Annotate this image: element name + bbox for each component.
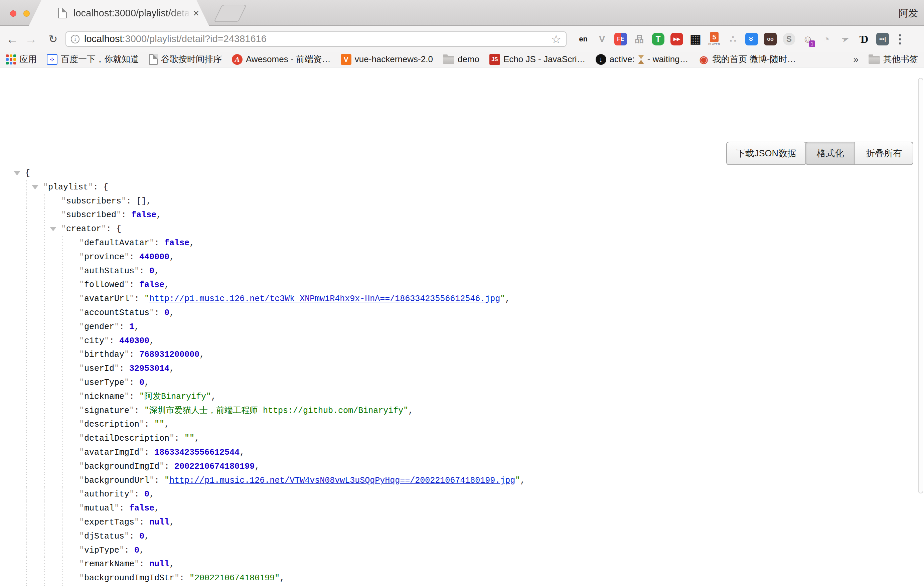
video-speed-icon[interactable]: ▶▶	[670, 31, 683, 47]
info-icon[interactable]: i	[71, 35, 79, 43]
indent-guide	[45, 278, 45, 292]
bookmark-vue-hackernews[interactable]: Vvue-hackernews-2.0	[341, 54, 433, 65]
url-bar[interactable]: i localhost:3000/playlist/detail?id=2438…	[66, 31, 566, 47]
json-token: ,	[149, 336, 154, 346]
s-icon[interactable]: S	[782, 31, 796, 47]
collapse-triangle-icon[interactable]	[50, 227, 56, 231]
bookmark-baidu[interactable]: ⁘百度一下，你就知道	[47, 53, 139, 65]
qrcode-icon[interactable]: ▦	[689, 31, 702, 47]
json-token: "	[124, 350, 129, 360]
indent-guide	[45, 236, 45, 250]
bookmark-demo[interactable]: demo	[443, 54, 479, 64]
json-token: city	[84, 336, 104, 346]
indent-guide	[26, 306, 27, 320]
json-token: mutual	[84, 503, 114, 513]
bookmark-google-sort[interactable]: 谷歌按时间排序	[149, 53, 222, 65]
onetab-icon[interactable]: •••|	[876, 31, 889, 47]
json-line: "subscribed": false,	[0, 208, 924, 222]
scrollbar-thumb[interactable]	[918, 78, 923, 494]
indent-guide	[26, 334, 27, 348]
json-token: "深圳市爱猫人士，前端工程师 https://github.com/Binary…	[144, 406, 408, 416]
json-token: "	[79, 532, 84, 541]
json-token: "	[79, 378, 84, 388]
json-token: ""	[154, 419, 164, 429]
blue-chevrons-icon[interactable]: »	[745, 31, 758, 47]
collapse-triangle-icon[interactable]	[32, 185, 38, 190]
json-token: "	[114, 322, 119, 332]
indent-guide	[63, 348, 63, 362]
back-icon[interactable]: ←	[5, 32, 19, 46]
json-token: "	[79, 503, 84, 513]
indent-guide	[45, 460, 45, 474]
bookmark-label: Echo JS - JavaScri…	[503, 54, 586, 64]
bookmark-star-icon[interactable]: ☆	[551, 33, 561, 45]
js-icon: JS	[489, 54, 500, 65]
tab-strip: localhost:3000/playlist/detail?i × 阿发	[0, 0, 924, 26]
json-token: :	[154, 308, 164, 318]
weibo-gray-icon[interactable]: ◔	[820, 31, 833, 47]
download-json-button[interactable]: 下载JSON数据	[726, 142, 807, 165]
json-line: "remarkName": null,	[0, 557, 924, 571]
json-token: "	[79, 406, 84, 416]
bookmark-echojs[interactable]: JSEcho JS - JavaScri…	[489, 54, 586, 65]
indent-guide	[26, 376, 27, 390]
translate-icon[interactable]: en	[577, 31, 590, 47]
json-token: :	[154, 476, 164, 485]
json-token: "	[124, 392, 129, 401]
indent-guide	[45, 334, 45, 348]
json-line: "authority": 0,	[0, 487, 924, 502]
json-token: ,	[169, 364, 174, 373]
close-window-button[interactable]	[10, 10, 16, 17]
collapse-triangle-icon[interactable]	[14, 171, 20, 175]
bookmark-label: - waiting…	[647, 54, 688, 64]
hummingbird-icon[interactable]: ➢	[838, 31, 852, 47]
mask-icon[interactable]: oo	[764, 31, 777, 47]
other-bookmarks[interactable]: 其他书签	[868, 53, 918, 65]
json-token: followed	[84, 280, 124, 290]
json-token: "	[129, 489, 134, 499]
d-icon[interactable]: Ɗ	[857, 31, 871, 47]
indent-guide	[26, 543, 27, 558]
fe-icon[interactable]: FE	[614, 31, 627, 47]
json-token: :	[109, 336, 119, 346]
indent-guide	[26, 487, 27, 502]
tampermonkey-icon[interactable]: T	[652, 31, 665, 47]
format-button[interactable]: 格式化	[805, 142, 855, 165]
bookmark-weibo[interactable]: ◉我的首页 微博-随时…	[698, 53, 796, 65]
indent-guide	[63, 460, 63, 474]
weibo-gray-icon-glyph: ◔	[820, 33, 833, 45]
browser-menu-icon[interactable]: ⋮	[893, 32, 907, 46]
profile-name[interactable]: 阿发	[899, 7, 918, 20]
json-token: "	[144, 294, 149, 304]
json-token: "	[79, 448, 84, 457]
url-link[interactable]: http://p1.music.126.net/tc3Wk_XNPmwiR4hx…	[149, 294, 500, 304]
weibo-eye-icon: ◉	[698, 54, 709, 65]
json-token: description	[84, 419, 139, 429]
html5-player-icon[interactable]: 5PLAYER	[708, 31, 721, 47]
json-line: "accountStatus": 0,	[0, 306, 924, 320]
minimize-window-button[interactable]	[23, 10, 30, 17]
indent-guide	[26, 250, 27, 264]
vue-gray-icon[interactable]: V	[595, 31, 609, 47]
browser-tab[interactable]: localhost:3000/playlist/detail?i ×	[29, 0, 209, 26]
tab-close-icon[interactable]: ×	[193, 8, 199, 18]
url-text[interactable]: localhost:3000/playlist/detail?id=243816…	[84, 33, 267, 45]
json-tree: {"playlist": {"subscribers": [],"subscri…	[0, 167, 924, 586]
json-token: :	[154, 238, 164, 248]
bookmark-awesomes[interactable]: AAwesomes - 前端资…	[232, 53, 331, 65]
reload-icon[interactable]: ↻	[46, 33, 60, 45]
monkey-icon[interactable]: ☺1	[801, 31, 814, 47]
url-link[interactable]: http://p1.music.126.net/VTW4vsN08vwL3uSQ…	[169, 476, 515, 485]
paw-icon[interactable]: ∴	[726, 31, 739, 47]
json-token: ,	[200, 350, 205, 360]
json-token: subscribers	[66, 196, 121, 206]
json-token: : [],	[126, 196, 151, 206]
bookmark-active[interactable]: ↓active:- waiting…	[596, 54, 688, 65]
new-tab-button[interactable]	[213, 5, 246, 22]
indent-guide	[63, 502, 63, 515]
json-line: "backgroundUrl": "http://p1.music.126.ne…	[0, 474, 924, 488]
bookmark-apps[interactable]: 应用	[6, 53, 37, 65]
sitemap-icon[interactable]: 品	[633, 31, 646, 47]
collapse-all-button[interactable]: 折叠所有	[855, 142, 913, 165]
bookmarks-overflow-icon[interactable]: »	[853, 54, 858, 65]
